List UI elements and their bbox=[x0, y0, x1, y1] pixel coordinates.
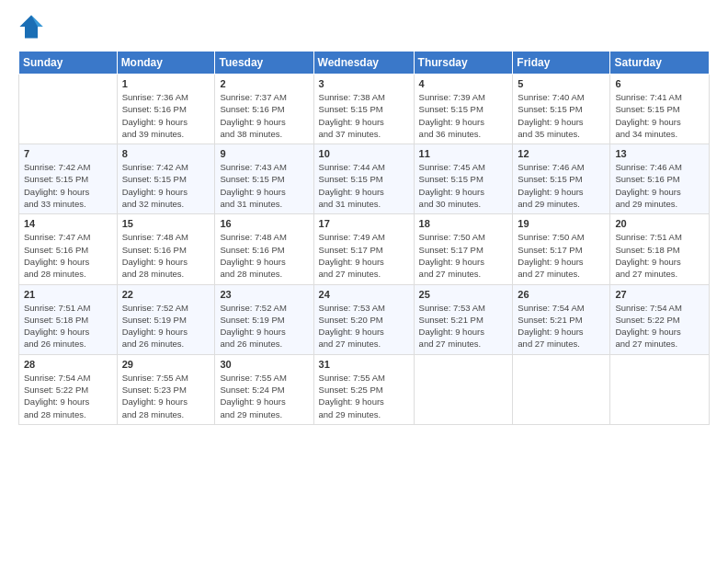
day-number: 16 bbox=[220, 218, 308, 229]
day-info: Sunrise: 7:46 AM Sunset: 5:16 PM Dayligh… bbox=[615, 161, 704, 210]
calendar-cell: 12Sunrise: 7:46 AM Sunset: 5:15 PM Dayli… bbox=[513, 144, 610, 214]
calendar-cell: 22Sunrise: 7:52 AM Sunset: 5:19 PM Dayli… bbox=[117, 284, 215, 354]
day-info: Sunrise: 7:41 AM Sunset: 5:15 PM Dayligh… bbox=[615, 91, 704, 140]
calendar-cell: 14Sunrise: 7:47 AM Sunset: 5:16 PM Dayli… bbox=[19, 214, 118, 284]
day-info: Sunrise: 7:38 AM Sunset: 5:15 PM Dayligh… bbox=[319, 91, 409, 140]
calendar-cell: 10Sunrise: 7:44 AM Sunset: 5:15 PM Dayli… bbox=[313, 144, 414, 214]
calendar-week-row: 14Sunrise: 7:47 AM Sunset: 5:16 PM Dayli… bbox=[19, 214, 710, 284]
calendar-cell: 9Sunrise: 7:43 AM Sunset: 5:15 PM Daylig… bbox=[215, 144, 313, 214]
day-info: Sunrise: 7:54 AM Sunset: 5:21 PM Dayligh… bbox=[518, 302, 605, 350]
day-info: Sunrise: 7:42 AM Sunset: 5:15 PM Dayligh… bbox=[24, 161, 112, 210]
day-info: Sunrise: 7:55 AM Sunset: 5:24 PM Dayligh… bbox=[220, 372, 308, 420]
calendar-cell: 5Sunrise: 7:40 AM Sunset: 5:15 PM Daylig… bbox=[513, 75, 610, 144]
calendar-cell: 1Sunrise: 7:36 AM Sunset: 5:16 PM Daylig… bbox=[117, 75, 215, 144]
calendar-cell: 28Sunrise: 7:54 AM Sunset: 5:22 PM Dayli… bbox=[19, 354, 118, 424]
day-info: Sunrise: 7:49 AM Sunset: 5:17 PM Dayligh… bbox=[319, 231, 409, 280]
day-info: Sunrise: 7:52 AM Sunset: 5:19 PM Dayligh… bbox=[122, 302, 210, 350]
calendar-cell: 7Sunrise: 7:42 AM Sunset: 5:15 PM Daylig… bbox=[19, 144, 118, 214]
day-number: 15 bbox=[122, 218, 210, 229]
day-number: 8 bbox=[122, 148, 210, 159]
day-info: Sunrise: 7:46 AM Sunset: 5:15 PM Dayligh… bbox=[518, 161, 605, 210]
day-info: Sunrise: 7:54 AM Sunset: 5:22 PM Dayligh… bbox=[615, 302, 704, 350]
day-number: 22 bbox=[122, 289, 210, 300]
calendar-cell: 16Sunrise: 7:48 AM Sunset: 5:16 PM Dayli… bbox=[215, 214, 313, 284]
calendar-cell: 2Sunrise: 7:37 AM Sunset: 5:16 PM Daylig… bbox=[215, 75, 313, 144]
calendar-week-row: 28Sunrise: 7:54 AM Sunset: 5:22 PM Dayli… bbox=[19, 354, 710, 424]
day-number: 12 bbox=[518, 148, 605, 159]
day-number: 2 bbox=[220, 78, 308, 89]
logo bbox=[18, 14, 46, 40]
calendar-cell: 26Sunrise: 7:54 AM Sunset: 5:21 PM Dayli… bbox=[513, 284, 610, 354]
day-number: 18 bbox=[419, 218, 508, 229]
day-number: 6 bbox=[615, 78, 704, 89]
calendar-cell bbox=[19, 75, 118, 144]
day-number: 13 bbox=[615, 148, 704, 159]
calendar-cell: 11Sunrise: 7:45 AM Sunset: 5:15 PM Dayli… bbox=[414, 144, 513, 214]
day-info: Sunrise: 7:55 AM Sunset: 5:25 PM Dayligh… bbox=[319, 372, 409, 420]
calendar-header-tuesday: Tuesday bbox=[215, 52, 313, 75]
calendar-table: SundayMondayTuesdayWednesdayThursdayFrid… bbox=[18, 51, 710, 425]
day-number: 31 bbox=[319, 359, 409, 370]
day-info: Sunrise: 7:36 AM Sunset: 5:16 PM Dayligh… bbox=[122, 91, 210, 140]
day-info: Sunrise: 7:52 AM Sunset: 5:19 PM Dayligh… bbox=[220, 302, 308, 350]
day-info: Sunrise: 7:48 AM Sunset: 5:16 PM Dayligh… bbox=[220, 231, 308, 280]
day-info: Sunrise: 7:44 AM Sunset: 5:15 PM Dayligh… bbox=[319, 161, 409, 210]
day-number: 21 bbox=[24, 289, 112, 300]
day-info: Sunrise: 7:47 AM Sunset: 5:16 PM Dayligh… bbox=[24, 231, 112, 280]
calendar-cell: 8Sunrise: 7:42 AM Sunset: 5:15 PM Daylig… bbox=[117, 144, 215, 214]
day-info: Sunrise: 7:53 AM Sunset: 5:21 PM Dayligh… bbox=[419, 302, 508, 350]
calendar-header-saturday: Saturday bbox=[610, 52, 710, 75]
page-container: SundayMondayTuesdayWednesdayThursdayFrid… bbox=[0, 0, 728, 563]
day-number: 23 bbox=[220, 289, 308, 300]
calendar-cell: 3Sunrise: 7:38 AM Sunset: 5:15 PM Daylig… bbox=[313, 75, 414, 144]
day-number: 17 bbox=[319, 218, 409, 229]
day-info: Sunrise: 7:54 AM Sunset: 5:22 PM Dayligh… bbox=[24, 372, 112, 420]
day-number: 1 bbox=[122, 78, 210, 89]
calendar-cell: 15Sunrise: 7:48 AM Sunset: 5:16 PM Dayli… bbox=[117, 214, 215, 284]
day-info: Sunrise: 7:51 AM Sunset: 5:18 PM Dayligh… bbox=[615, 231, 704, 280]
calendar-cell: 20Sunrise: 7:51 AM Sunset: 5:18 PM Dayli… bbox=[610, 214, 710, 284]
day-number: 5 bbox=[518, 78, 605, 89]
day-number: 27 bbox=[615, 289, 704, 300]
day-info: Sunrise: 7:43 AM Sunset: 5:15 PM Dayligh… bbox=[220, 161, 308, 210]
calendar-cell: 21Sunrise: 7:51 AM Sunset: 5:18 PM Dayli… bbox=[19, 284, 118, 354]
header bbox=[18, 14, 710, 40]
calendar-header-sunday: Sunday bbox=[19, 52, 118, 75]
calendar-cell: 30Sunrise: 7:55 AM Sunset: 5:24 PM Dayli… bbox=[215, 354, 313, 424]
calendar-cell: 17Sunrise: 7:49 AM Sunset: 5:17 PM Dayli… bbox=[313, 214, 414, 284]
day-info: Sunrise: 7:51 AM Sunset: 5:18 PM Dayligh… bbox=[24, 302, 112, 350]
calendar-cell: 18Sunrise: 7:50 AM Sunset: 5:17 PM Dayli… bbox=[414, 214, 513, 284]
day-info: Sunrise: 7:53 AM Sunset: 5:20 PM Dayligh… bbox=[319, 302, 409, 350]
day-number: 24 bbox=[319, 289, 409, 300]
day-info: Sunrise: 7:37 AM Sunset: 5:16 PM Dayligh… bbox=[220, 91, 308, 140]
day-info: Sunrise: 7:48 AM Sunset: 5:16 PM Dayligh… bbox=[122, 231, 210, 280]
logo-icon bbox=[18, 14, 44, 40]
calendar-cell: 23Sunrise: 7:52 AM Sunset: 5:19 PM Dayli… bbox=[215, 284, 313, 354]
day-number: 19 bbox=[518, 218, 605, 229]
calendar-cell: 4Sunrise: 7:39 AM Sunset: 5:15 PM Daylig… bbox=[414, 75, 513, 144]
day-number: 14 bbox=[24, 218, 112, 229]
day-number: 26 bbox=[518, 289, 605, 300]
day-number: 7 bbox=[24, 148, 112, 159]
day-info: Sunrise: 7:40 AM Sunset: 5:15 PM Dayligh… bbox=[518, 91, 605, 140]
calendar-cell: 24Sunrise: 7:53 AM Sunset: 5:20 PM Dayli… bbox=[313, 284, 414, 354]
day-number: 4 bbox=[419, 78, 508, 89]
day-number: 3 bbox=[319, 78, 409, 89]
calendar-header-monday: Monday bbox=[117, 52, 215, 75]
day-number: 9 bbox=[220, 148, 308, 159]
calendar-cell bbox=[610, 354, 710, 424]
calendar-cell: 25Sunrise: 7:53 AM Sunset: 5:21 PM Dayli… bbox=[414, 284, 513, 354]
day-number: 29 bbox=[122, 359, 210, 370]
day-number: 11 bbox=[419, 148, 508, 159]
day-number: 28 bbox=[24, 359, 112, 370]
day-info: Sunrise: 7:50 AM Sunset: 5:17 PM Dayligh… bbox=[518, 231, 605, 280]
calendar-header-thursday: Thursday bbox=[414, 52, 513, 75]
calendar-week-row: 7Sunrise: 7:42 AM Sunset: 5:15 PM Daylig… bbox=[19, 144, 710, 214]
day-info: Sunrise: 7:55 AM Sunset: 5:23 PM Dayligh… bbox=[122, 372, 210, 420]
day-info: Sunrise: 7:45 AM Sunset: 5:15 PM Dayligh… bbox=[419, 161, 508, 210]
calendar-cell: 31Sunrise: 7:55 AM Sunset: 5:25 PM Dayli… bbox=[313, 354, 414, 424]
calendar-cell: 29Sunrise: 7:55 AM Sunset: 5:23 PM Dayli… bbox=[117, 354, 215, 424]
calendar-header-row: SundayMondayTuesdayWednesdayThursdayFrid… bbox=[19, 52, 710, 75]
calendar-week-row: 1Sunrise: 7:36 AM Sunset: 5:16 PM Daylig… bbox=[19, 75, 710, 144]
calendar-header-friday: Friday bbox=[513, 52, 610, 75]
